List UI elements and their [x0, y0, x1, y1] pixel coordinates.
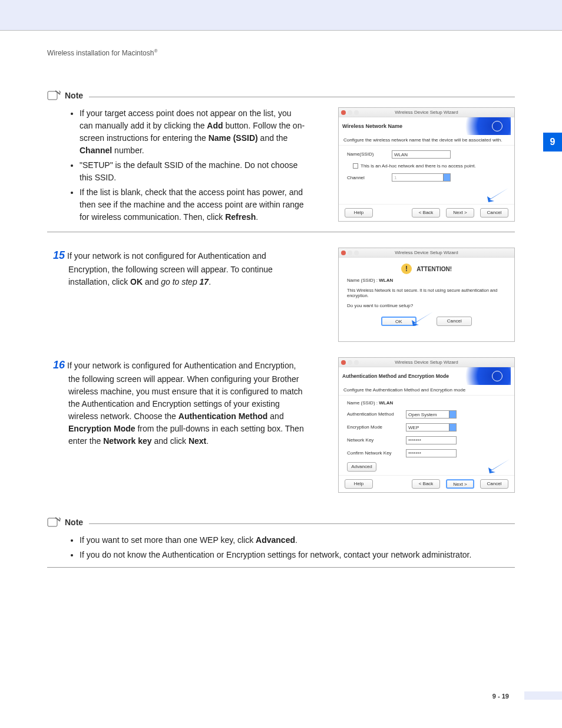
- help-button[interactable]: Help: [345, 208, 373, 218]
- channel-value: 1: [394, 175, 396, 180]
- pointer-arrow-icon: [486, 458, 511, 475]
- cancel-button[interactable]: Cancel: [437, 317, 472, 326]
- list-item: "SETUP" is the default SSID of the machi…: [80, 159, 306, 184]
- note-label: Note: [65, 91, 83, 100]
- bold: Channel: [80, 146, 112, 155]
- text: and: [143, 277, 161, 286]
- cancel-button[interactable]: Cancel: [480, 479, 508, 489]
- bold: Network key: [103, 436, 151, 446]
- warning-message: This Wireless Network is not secure. It …: [347, 288, 506, 298]
- ssid-value: WLAN: [379, 400, 393, 406]
- wizard-auth-encryption: Wireless Device Setup Wizard Authenticat…: [338, 357, 515, 493]
- back-button[interactable]: < Back: [412, 479, 440, 489]
- enc-select[interactable]: WEP: [406, 423, 457, 431]
- warning-icon: !: [401, 263, 412, 274]
- bold: Add: [207, 121, 223, 130]
- page-accent: [524, 691, 562, 700]
- text: .: [209, 277, 211, 286]
- step-number: 16: [53, 359, 65, 371]
- text: and: [267, 411, 283, 421]
- list-item: If the list is blank, check that the acc…: [80, 186, 306, 223]
- note-icon: [47, 90, 61, 101]
- note2-list: If you want to set more than one WEP key…: [80, 534, 515, 561]
- auth-select[interactable]: Open System: [406, 410, 457, 419]
- adhoc-label: This is an Ad-hoc network and there is n…: [361, 163, 476, 169]
- chevron-down-icon: [443, 174, 450, 181]
- list-item: If you do not know the Authentication or…: [80, 549, 515, 561]
- svg-rect-1: [48, 518, 57, 526]
- help-button[interactable]: Help: [345, 479, 373, 489]
- auth-value: Open System: [408, 412, 437, 417]
- rule: [89, 523, 515, 524]
- ssid-label: Name(SSID): [347, 151, 392, 157]
- back-button[interactable]: < Back: [412, 208, 440, 218]
- continue-question: Do you want to continue setup?: [347, 303, 506, 308]
- pointer-arrow-icon: [485, 187, 510, 203]
- auth-label: Authentication Method: [347, 411, 406, 417]
- wizard-attention: Wireless Device Setup Wizard ! ATTENTION…: [338, 248, 515, 342]
- step-number: 15: [53, 249, 65, 261]
- text: If you want to set more than one WEP key…: [80, 535, 256, 545]
- window-title: Wireless Device Setup Wizard: [339, 250, 514, 255]
- text: and the: [258, 133, 288, 143]
- wizard-network-name: Wireless Device Setup Wizard Wireless Ne…: [338, 107, 515, 222]
- brand-logo-icon: [454, 117, 511, 135]
- header-text: Wireless installation for Macintosh: [47, 49, 154, 57]
- next-button[interactable]: Next >: [446, 479, 474, 489]
- next-button[interactable]: Next >: [446, 208, 474, 218]
- text: .: [295, 535, 297, 545]
- channel-select[interactable]: 1: [392, 173, 451, 182]
- rule: [47, 567, 515, 568]
- running-header: Wireless installation for Macintosh®: [47, 48, 515, 57]
- attention-title: ATTENTION!: [416, 266, 452, 272]
- wizard-title: Authentication Method and Encryption Mod…: [342, 373, 449, 379]
- bold: Next: [189, 436, 206, 446]
- note-heading: Note: [47, 90, 515, 101]
- chevron-down-icon: [449, 411, 456, 418]
- netkey-input[interactable]: *******: [406, 436, 457, 444]
- italic: go to step: [161, 277, 199, 286]
- text: .: [206, 436, 209, 446]
- text: If the list is blank, check that the acc…: [80, 187, 304, 222]
- bold: OK: [130, 277, 143, 286]
- enc-label: Encryption Mode: [347, 424, 406, 430]
- advanced-button[interactable]: Advanced: [347, 462, 376, 472]
- confkey-label: Confirm Network Key: [347, 450, 406, 456]
- step-15: 15If your network is not configured for …: [47, 248, 515, 342]
- enc-value: WEP: [408, 425, 419, 430]
- adhoc-checkbox[interactable]: [353, 163, 358, 169]
- page-number: 9 - 19: [492, 693, 509, 700]
- page-body: Wireless installation for Macintosh® Not…: [0, 31, 562, 568]
- ssid-input[interactable]: WLAN: [392, 150, 451, 159]
- window-title: Wireless Device Setup Wizard: [339, 360, 514, 365]
- wizard-subtitle: Configure the Authentication Method and …: [339, 385, 514, 396]
- text: and click: [152, 436, 189, 446]
- ssid-value: WLAN: [379, 278, 393, 283]
- text: .: [256, 212, 258, 222]
- ssid-label: Name (SSID) :: [347, 278, 378, 283]
- chevron-down-icon: [449, 424, 456, 431]
- step-16: 16If your network is configured for Auth…: [47, 357, 515, 493]
- bold: Name (SSID): [209, 133, 258, 143]
- list-item: If your target access point does not app…: [80, 107, 306, 157]
- pointer-arrow-icon: [409, 311, 434, 327]
- italic-bold: 17: [200, 277, 209, 286]
- trademark: ®: [154, 48, 157, 54]
- note-icon: [47, 516, 61, 528]
- channel-label: Channel: [347, 175, 392, 180]
- wizard-title: Wireless Network Name: [342, 123, 402, 129]
- text: number.: [112, 146, 144, 155]
- cancel-button[interactable]: Cancel: [480, 208, 508, 218]
- ssid-label: Name (SSID) :: [347, 400, 378, 406]
- window-title: Wireless Device Setup Wizard: [339, 110, 514, 115]
- list-item: If you want to set more than one WEP key…: [80, 534, 515, 546]
- rule: [47, 232, 515, 232]
- svg-rect-0: [48, 91, 57, 100]
- note-heading-2: Note: [47, 516, 515, 528]
- confkey-input[interactable]: *******: [406, 449, 457, 457]
- netkey-label: Network Key: [347, 437, 406, 443]
- document-top-bar: [0, 0, 562, 31]
- bold: Advanced: [256, 535, 295, 545]
- bold: Authentication Method: [178, 411, 268, 421]
- note1-list: If your target access point does not app…: [80, 107, 306, 223]
